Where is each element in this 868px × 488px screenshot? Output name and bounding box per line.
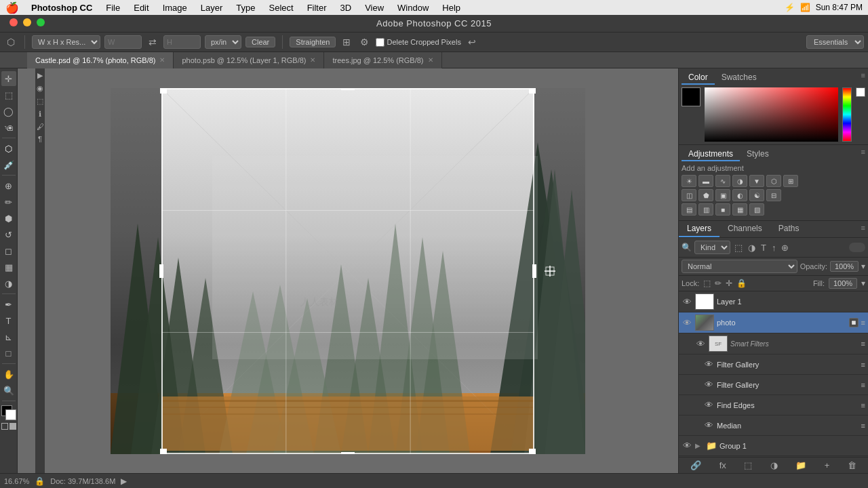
maximize-button[interactable] (37, 18, 45, 26)
smart-filters-visibility[interactable]: 👁 (695, 339, 706, 349)
photo-visibility[interactable]: 👁 (682, 318, 692, 328)
width-input[interactable] (104, 35, 142, 49)
filter-text-icon[interactable]: T (760, 243, 768, 253)
adj-photo-icon[interactable]: ⬟ (698, 189, 713, 201)
adj-colorbal-icon[interactable]: ⊞ (783, 175, 798, 187)
tool-heal[interactable]: ⊕ (1, 178, 16, 193)
color-spectrum[interactable] (705, 87, 838, 142)
channels-tab[interactable]: Channels (719, 221, 770, 237)
tool-shape[interactable]: □ (1, 346, 16, 361)
tool-dodge[interactable]: ◑ (1, 276, 16, 291)
menu-window[interactable]: Window (391, 0, 435, 15)
tool-quick-select[interactable]: 🖲 (1, 120, 16, 135)
menu-image[interactable]: Image (156, 0, 194, 15)
tool-marquee[interactable]: ⬚ (1, 87, 16, 102)
lock-position-icon[interactable]: ✏ (715, 279, 722, 288)
lock-all-icon[interactable]: 🔒 (736, 279, 747, 288)
hue-slider[interactable] (842, 87, 852, 142)
tool-pen[interactable]: ✒ (1, 297, 16, 312)
panel-icon-3[interactable]: ⬚ (37, 97, 43, 106)
filter-adjust-icon[interactable]: ◑ (747, 243, 757, 253)
adj-exposure-icon[interactable]: ◑ (732, 175, 747, 187)
adj-gradient-fill-icon[interactable]: ▧ (749, 203, 764, 216)
normal-mode[interactable] (1, 423, 8, 430)
new-adjustment-icon[interactable]: ◑ (770, 460, 778, 470)
blend-mode-select[interactable]: Normal (682, 260, 797, 273)
tool-history[interactable]: ↺ (1, 227, 16, 242)
menu-app-name[interactable]: Photoshop CC (24, 0, 99, 15)
tool-brush[interactable]: ✏ (1, 195, 16, 209)
tab-trees-close[interactable]: ✕ (428, 56, 433, 64)
adj-vibrance-icon[interactable]: ▼ (749, 175, 764, 187)
panel-icon-2[interactable]: ◉ (37, 84, 43, 93)
tool-crop[interactable]: ⬡ (1, 141, 16, 156)
adj-gradient-map-icon[interactable]: ▤ (682, 203, 696, 216)
ratio-select[interactable]: W x H x Res... (32, 35, 100, 49)
adj-bw-icon[interactable]: ◫ (682, 189, 696, 201)
color-panel-menu[interactable]: ≡ (861, 71, 865, 85)
canvas-image[interactable]: 人人表材 (111, 88, 585, 454)
filter-pixel-icon[interactable]: ⬚ (733, 243, 744, 253)
swatches-tab[interactable]: Swatches (715, 71, 764, 85)
grid-icon[interactable]: ⊞ (340, 37, 353, 47)
tool-eraser[interactable]: ◻ (1, 243, 16, 258)
layers-tab[interactable]: Layers (679, 221, 719, 237)
layer-item-filter-gallery1[interactable]: 👁 Filter Gallery ≡ (679, 354, 868, 375)
menu-select[interactable]: Select (262, 0, 300, 15)
filter-kind-select[interactable]: Kind (694, 241, 730, 254)
photo-options-icon[interactable]: ≡ (861, 319, 865, 327)
new-group-icon[interactable]: 📁 (795, 460, 806, 470)
clear-button[interactable]: Clear (245, 37, 275, 47)
menu-edit[interactable]: Edit (127, 0, 155, 15)
tool-move[interactable]: ✛ (1, 71, 16, 86)
essentials-select[interactable]: Essentials (806, 35, 864, 49)
height-input[interactable] (163, 35, 201, 49)
color-preview-patch[interactable] (856, 87, 865, 97)
foreground-color-swatch[interactable] (682, 87, 701, 106)
filter-toggle[interactable] (849, 243, 865, 252)
tool-eyedropper[interactable]: 💉 (1, 157, 16, 172)
color-tab[interactable]: Color (682, 71, 715, 85)
apple-menu[interactable]: 🍎 (5, 1, 19, 14)
find-edges-visibility[interactable]: 👁 (703, 400, 714, 410)
adj-cm-icon[interactable]: ▣ (715, 189, 730, 201)
layer-item-find-edges[interactable]: 👁 Find Edges ≡ (679, 395, 868, 415)
adj-levels-icon[interactable]: ▬ (698, 175, 713, 187)
adj-pattern-icon[interactable]: ▦ (732, 203, 747, 216)
menu-type[interactable]: Type (229, 0, 262, 15)
styles-tab[interactable]: Styles (740, 148, 776, 161)
add-mask-icon[interactable]: ⬚ (744, 460, 752, 470)
tab-castle-close[interactable]: ✕ (159, 56, 165, 64)
adjustments-tab[interactable]: Adjustments (682, 148, 740, 161)
group1-visibility[interactable]: 👁 (682, 441, 692, 451)
menu-filter[interactable]: Filter (300, 0, 334, 15)
median-visibility[interactable]: 👁 (703, 420, 714, 430)
adj-curves-icon[interactable]: ∿ (715, 175, 730, 187)
layers-panel-menu[interactable]: ≡ (859, 221, 868, 237)
settings-icon[interactable]: ⚙ (357, 37, 372, 47)
tool-gradient[interactable]: ▦ (1, 260, 16, 274)
info-arrow-icon[interactable]: ▶ (121, 476, 127, 486)
add-style-icon[interactable]: fx (719, 460, 726, 470)
minimize-button[interactable] (23, 18, 31, 26)
tool-text[interactable]: T (1, 313, 16, 328)
filter-gallery2-visibility[interactable]: 👁 (703, 380, 714, 390)
filter-gallery2-menu[interactable]: ≡ (861, 381, 865, 389)
fill-input[interactable] (829, 278, 857, 289)
close-button[interactable] (9, 18, 18, 26)
tool-lasso[interactable]: ◯ (1, 104, 16, 119)
filter-shape-icon[interactable]: ↑ (770, 243, 778, 253)
menu-layer[interactable]: Layer (194, 0, 230, 15)
paths-tab[interactable]: Paths (770, 221, 808, 237)
tab-trees[interactable]: trees.jpg @ 12.5% (RGB/8) ✕ (324, 52, 441, 68)
layer-item-smart-filters[interactable]: 👁 SF Smart Filters ≡ (679, 333, 868, 354)
group1-expand[interactable]: ▶ (695, 442, 703, 449)
layer-item-median[interactable]: 👁 Median ≡ (679, 415, 868, 436)
lock-pixel-icon[interactable]: ⬚ (703, 279, 711, 288)
swap-icon[interactable]: ⇄ (146, 37, 159, 47)
layer-item-group1[interactable]: 👁 ▶ 📁 Group 1 (679, 436, 868, 456)
median-menu[interactable]: ≡ (861, 422, 865, 430)
adj-selective-icon[interactable]: ▥ (698, 203, 713, 216)
layer1-visibility[interactable]: 👁 (682, 297, 692, 307)
tool-path-select[interactable]: ⊾ (1, 329, 16, 344)
